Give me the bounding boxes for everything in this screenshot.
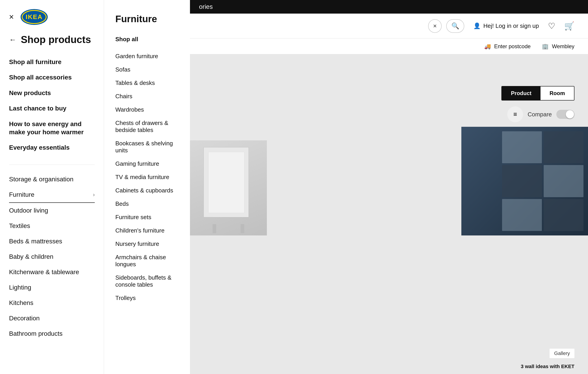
furniture-label: Furniture: [9, 191, 34, 198]
lighting-label: Lighting: [9, 284, 31, 291]
cabinet-door: [208, 152, 244, 213]
furniture-submenu: Furniture Shop all Garden furniture Sofa…: [104, 0, 190, 374]
everyday-essentials-link[interactable]: Everyday essentials: [9, 140, 95, 155]
compare-toggle[interactable]: [556, 110, 574, 119]
cart-button[interactable]: 🛒: [564, 21, 574, 31]
account-icon: 👤: [473, 22, 481, 29]
shelf-box: [502, 199, 542, 231]
back-section: ← Shop products: [0, 34, 104, 54]
chairs-link[interactable]: Chairs: [115, 90, 179, 103]
filter-button[interactable]: ≡: [507, 106, 523, 122]
product-room-toggle: Product Room: [501, 86, 574, 100]
kitchens-link[interactable]: Kitchens: [9, 295, 95, 311]
tv-media-link[interactable]: TV & media furniture: [115, 170, 179, 184]
shelf-box: [502, 165, 542, 197]
top-bar: ories: [190, 0, 588, 14]
last-chance-link[interactable]: Last chance to buy: [9, 101, 95, 116]
bathroom-label: Bathroom products: [9, 330, 63, 337]
gaming-link[interactable]: Gaming furniture: [115, 157, 179, 170]
search-button[interactable]: 🔍: [446, 19, 464, 33]
trolleys-link[interactable]: Trolleys: [115, 291, 179, 305]
search-icon: 🔍: [452, 22, 459, 30]
beds-label: Beds & mattresses: [9, 238, 62, 245]
top-controls: × IKEA: [0, 9, 104, 34]
header-third: 🚚 Enter postcode 🏢 Wembley: [190, 38, 588, 54]
childrens-link[interactable]: Children's furniture: [115, 224, 179, 237]
shelf-box: [544, 131, 583, 163]
gallery-label: Gallery: [550, 349, 574, 358]
armchairs-link[interactable]: Armchairs & chaise longues: [115, 251, 179, 271]
product-caption: 3 wall ideas with EKET: [521, 363, 574, 369]
baby-link[interactable]: Baby & children: [9, 249, 95, 264]
storage-link[interactable]: Storage & organisation: [9, 172, 95, 187]
shelf-box: [502, 131, 542, 163]
back-arrow-icon[interactable]: ←: [9, 35, 16, 44]
sideboards-link[interactable]: Sideboards, buffets & console tables: [115, 271, 179, 291]
toggle-knob: [566, 110, 574, 118]
shop-all-furniture-link[interactable]: Shop all furniture: [9, 54, 95, 70]
beds-link[interactable]: Beds & mattresses: [9, 234, 95, 249]
textiles-label: Textiles: [9, 222, 30, 230]
decoration-label: Decoration: [9, 315, 40, 322]
kitchens-label: Kitchens: [9, 299, 33, 307]
room-toggle-button[interactable]: Room: [541, 87, 574, 100]
cart-icon: 🛒: [564, 21, 574, 31]
bathroom-link[interactable]: Bathroom products: [9, 326, 95, 341]
sofas-link[interactable]: Sofas: [115, 63, 179, 76]
delivery-button[interactable]: 🚚 Enter postcode: [484, 43, 531, 50]
chevron-right-icon: ›: [93, 192, 95, 198]
shelf-product-image[interactable]: [461, 127, 588, 235]
delivery-label: Enter postcode: [494, 43, 531, 50]
cabinet-leg-left: [213, 224, 216, 233]
cabinet-leg-right: [241, 224, 244, 233]
chests-drawers-link[interactable]: Chests of drawers & bedside tables: [115, 116, 179, 137]
garden-furniture-link[interactable]: Garden furniture: [115, 50, 179, 63]
account-label: Hej! Log in or sign up: [483, 22, 539, 29]
delivery-icon: 🚚: [484, 43, 491, 50]
new-products-link[interactable]: New products: [9, 85, 95, 101]
nursery-link[interactable]: Nursery furniture: [115, 237, 179, 251]
wardrobes-link[interactable]: Wardrobes: [115, 103, 179, 116]
bold-links-group: Shop all furniture Shop all accessories …: [0, 54, 104, 155]
divider: [9, 165, 95, 165]
topbar-text: ories: [199, 3, 213, 11]
shelf-box: [544, 199, 583, 231]
header-second: × 🔍 👤 Hej! Log in or sign up ♡ 🛒: [190, 14, 588, 38]
filter-icon: ≡: [513, 111, 517, 118]
beds-sub-link[interactable]: Beds: [115, 197, 179, 210]
shop-all-label: Shop all: [115, 36, 179, 43]
tables-desks-link[interactable]: Tables & desks: [115, 76, 179, 90]
section-title: Shop products: [21, 34, 91, 45]
decoration-link[interactable]: Decoration: [9, 311, 95, 326]
furniture-link[interactable]: Furniture ›: [9, 187, 95, 203]
lighting-link[interactable]: Lighting: [9, 280, 95, 295]
wishlist-button[interactable]: ♡: [548, 21, 555, 31]
compare-area: ≡ Compare: [190, 106, 588, 122]
energy-saving-link[interactable]: How to save energy and make your home wa…: [9, 116, 95, 140]
store-button[interactable]: 🏢 Wembley: [542, 43, 574, 50]
product-toggle-button[interactable]: Product: [502, 87, 541, 100]
store-icon: 🏢: [542, 43, 549, 50]
outdoor-link[interactable]: Outdoor living: [9, 203, 95, 218]
close-menu-button[interactable]: ×: [9, 12, 14, 22]
product-room-area: Product Room: [190, 86, 588, 100]
search-close-button[interactable]: ×: [428, 19, 442, 33]
baby-label: Baby & children: [9, 253, 53, 260]
ikea-logo-inner: IKEA: [22, 10, 47, 24]
left-panel: × IKEA ← Shop products Shop all furnitur…: [0, 0, 104, 374]
kitchenware-link[interactable]: Kitchenware & tableware: [9, 264, 95, 280]
compare-label: Compare: [528, 111, 552, 118]
ikea-logo[interactable]: IKEA: [21, 9, 48, 25]
products-area: Gallery 3 wall ideas with EKET: [190, 127, 588, 374]
search-group: × 🔍: [428, 19, 464, 33]
shop-all-accessories-link[interactable]: Shop all accessories: [9, 70, 95, 85]
menu-overlay: × IKEA ← Shop products Shop all furnitur…: [0, 0, 190, 374]
cabinet-product-image[interactable]: [190, 140, 267, 235]
close-small-icon: ×: [433, 22, 437, 30]
furniture-sets-link[interactable]: Furniture sets: [115, 210, 179, 224]
cabinets-link[interactable]: Cabinets & cupboards: [115, 184, 179, 197]
kitchenware-label: Kitchenware & tableware: [9, 268, 79, 276]
account-button[interactable]: 👤 Hej! Log in or sign up: [473, 22, 539, 29]
bookcases-link[interactable]: Bookcases & shelving units: [115, 137, 179, 157]
textiles-link[interactable]: Textiles: [9, 218, 95, 234]
